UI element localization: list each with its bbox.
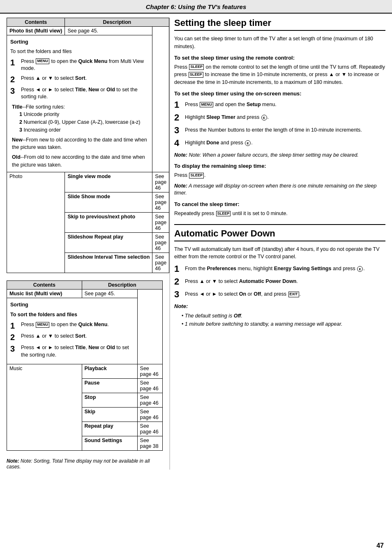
single-view-label: Single view mode xyxy=(65,172,152,192)
page-header: Chapter 6: Using the TV's features xyxy=(0,0,392,14)
photo-label-cell: Photo xyxy=(7,172,65,273)
photo-list-desc: See page 45. xyxy=(65,27,152,35)
music-sort-step3-num: 3 xyxy=(10,344,19,353)
onscreen-heading: To set the sleep timer using the on-scre… xyxy=(174,90,385,97)
stop-label: Stop xyxy=(82,393,137,408)
skip-photo-desc: See page 46 xyxy=(152,212,169,232)
remote-heading: To set the sleep timer using the remote … xyxy=(174,55,385,61)
onscreen-step4: 4 Highlight Done and press E. xyxy=(174,138,385,148)
auto-note-item1: The default setting is Off. xyxy=(178,312,385,320)
page-body: Contents Description Photo list (Multi v… xyxy=(0,14,392,474)
pause-label: Pause xyxy=(82,379,137,393)
music-col2-header: Description xyxy=(82,280,162,289)
auto-step1: 1 From the Preferences menu, highlight E… xyxy=(174,264,385,274)
auto-power-intro: The TV will automatically turn itself of… xyxy=(174,246,385,261)
chapter-title: Chapter 6: Using the TV's features xyxy=(146,3,246,10)
auto-step3: 3 Press ◄ or ► to select On or Off, and … xyxy=(174,290,385,299)
stop-desc: See page 46 xyxy=(137,393,162,408)
auto-note-label: Note: xyxy=(174,303,385,309)
skip-label: Skip xyxy=(82,408,137,422)
skip-desc: See page 46 xyxy=(137,408,162,422)
playback-desc: See page 46 xyxy=(137,364,162,379)
onscreen-step2: 2 Highlight Sleep Timer and press E. xyxy=(174,113,385,123)
slideshow-repeat-desc: See page 46 xyxy=(152,232,169,253)
auto-power-section: Automatic Power Down The TV will automat… xyxy=(174,224,385,328)
right-column: Setting the sleep timer You can set the … xyxy=(169,18,385,470)
photo-table: Contents Description Photo list (Multi v… xyxy=(7,18,169,273)
auto-notes: Note: The default setting is Off. 1 minu… xyxy=(174,303,385,328)
music-col1-header: Contents xyxy=(7,280,82,289)
remote-text: Press SLEEP on the remote control to set… xyxy=(174,63,385,86)
slideshow-repeat-label: Slideshow Repeat play xyxy=(65,232,152,253)
photo-sort-step1-num: 1 xyxy=(10,58,19,67)
photo-sort-step2-text: Press ▲ or ▼ to select Sort. xyxy=(21,75,149,82)
single-view-desc: See page 46 xyxy=(152,172,169,192)
sleep-timer-section: Setting the sleep timer You can set the … xyxy=(174,18,385,218)
repeat-desc: See page 46 xyxy=(137,422,162,436)
photo-col1-header: Contents xyxy=(7,18,65,27)
skip-photo-label: Skip to previous/next photo xyxy=(65,212,152,232)
cancel-heading: To cancel the sleep timer: xyxy=(174,201,385,207)
photo-sort-step2-num: 2 xyxy=(10,75,19,84)
auto-note-item2: 1 minute before switching to standby, a … xyxy=(178,320,385,328)
display-heading: To display the remaining sleep time: xyxy=(174,163,385,169)
slideshow-label: Slide Show mode xyxy=(65,192,152,212)
onscreen-steps: 1 Press MENU and open the Setup menu. 2 … xyxy=(174,100,385,148)
cancel-text: Repeatedly press SLEEP until it is set t… xyxy=(174,210,385,218)
playback-label: Playback xyxy=(82,364,137,379)
display-text: Press SLEEP. xyxy=(174,171,385,179)
note-footer: Note: Note: Sorting, Total Time display … xyxy=(7,458,163,470)
sorting-header-cell: Sorting To sort the folders and files 1 … xyxy=(7,35,152,172)
repeat-label: Repeat play xyxy=(82,422,137,436)
auto-power-steps: 1 From the Preferences menu, highlight E… xyxy=(174,264,385,300)
music-sort-step2-text: Press ▲ or ▼ to select Sort. xyxy=(21,333,134,340)
sound-settings-label: Sound Settings xyxy=(82,436,137,451)
left-column: Contents Description Photo list (Multi v… xyxy=(7,18,163,470)
onscreen-step1: 1 Press MENU and open the Setup menu. xyxy=(174,100,385,110)
slideshow-interval-desc: See page 46 xyxy=(152,253,169,273)
photo-list-label: Photo list (Multi view) xyxy=(7,27,65,35)
music-label-cell: Music xyxy=(7,364,82,451)
music-list-desc: See page 45. xyxy=(82,289,137,298)
music-sort-step1-num: 1 xyxy=(10,321,19,330)
onscreen-step3: 3 Press the Number buttons to enter the … xyxy=(174,125,385,135)
music-sort-step1-text: Press MENU to open the Quick Menu. xyxy=(21,321,134,329)
sleep-note1: Note: Note: When a power failure occurs,… xyxy=(174,152,385,159)
music-table: Contents Description Music list (Multi v… xyxy=(7,280,163,451)
auto-step2: 2 Press ▲ or ▼ to select Automatic Power… xyxy=(174,277,385,287)
sleep-timer-title: Setting the sleep timer xyxy=(174,18,385,31)
music-sort-step2-num: 2 xyxy=(10,333,19,342)
slideshow-desc: See page 46 xyxy=(152,192,169,212)
photo-sort-step3-num: 3 xyxy=(10,86,19,95)
sound-settings-desc: See page 38 xyxy=(137,436,162,451)
music-sorting-cell: Sorting To sort the folders and files 1 … xyxy=(7,298,138,364)
slideshow-interval-label: Slideshow Interval Time selection xyxy=(65,253,152,273)
pause-desc: See page 46 xyxy=(137,379,162,393)
music-sort-step3-text: Press ◄ or ► to select Title, New or Old… xyxy=(21,344,134,359)
sleep-timer-intro: You can set the sleep timer to turn off … xyxy=(174,35,385,51)
photo-col2-header: Description xyxy=(65,18,169,27)
page-number: 47 xyxy=(376,542,384,549)
auto-power-title: Automatic Power Down xyxy=(174,228,385,241)
photo-sort-step1-text: Press MENU to open the Quick Menu from M… xyxy=(21,58,149,72)
photo-sort-step3-text: Press ◄ or ► to select Title, New or Old… xyxy=(21,86,149,101)
sleep-note2: Note: A message will display on-screen w… xyxy=(174,183,385,197)
auto-note-list: The default setting is Off. 1 minute bef… xyxy=(178,312,385,328)
music-list-label: Music list (Multi view) xyxy=(7,289,82,298)
